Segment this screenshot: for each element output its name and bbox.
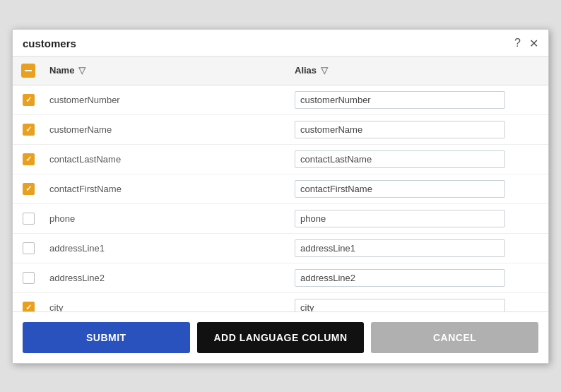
table-row: contactLastName <box>13 145 548 174</box>
dialog-title: customers <box>23 37 76 49</box>
table-header: Name ▽ Alias ▽ <box>13 57 548 85</box>
row-name: addressLine2 <box>44 267 289 289</box>
alias-input[interactable] <box>295 180 505 198</box>
name-filter-icon[interactable]: ▽ <box>78 65 85 76</box>
row-checkbox[interactable] <box>23 124 35 136</box>
row-alias-cell <box>289 115 534 144</box>
dialog-titlebar: customers ? ✕ <box>13 30 548 57</box>
table-row: customerName <box>13 115 548 145</box>
row-alias-cell <box>289 145 534 174</box>
row-check-cell <box>13 118 44 141</box>
table-row: contactFirstName <box>13 174 548 204</box>
row-alias-cell <box>289 85 534 114</box>
row-name: contactFirstName <box>44 178 289 200</box>
row-name: addressLine1 <box>44 237 289 259</box>
row-checkbox[interactable] <box>23 183 35 195</box>
select-all-minus-icon[interactable] <box>21 64 35 78</box>
cancel-button[interactable]: CANCEL <box>371 322 538 353</box>
row-name: contactLastName <box>44 148 289 170</box>
submit-button[interactable]: SUBMIT <box>23 322 190 353</box>
header-check-col <box>13 57 44 85</box>
row-alias-cell <box>289 234 534 263</box>
dialog: customers ? ✕ Name ▽ Alias ▽ customerNum… <box>12 29 549 364</box>
alias-input[interactable] <box>295 299 505 311</box>
titlebar-icons: ? ✕ <box>514 37 538 50</box>
table-row: city <box>13 293 548 311</box>
header-scrollbar-col <box>534 57 548 85</box>
row-check-cell <box>13 237 44 260</box>
alias-input[interactable] <box>295 210 505 227</box>
alias-input[interactable] <box>295 150 505 168</box>
row-check-cell <box>13 266 44 290</box>
add-language-column-button[interactable]: ADD LANGUAGE COLUMN <box>197 322 365 353</box>
alias-input[interactable] <box>295 121 505 138</box>
header-alias-col: Alias ▽ <box>289 57 534 85</box>
row-check-cell <box>13 88 44 112</box>
row-checkbox[interactable] <box>23 153 35 165</box>
row-name: customerNumber <box>44 89 289 111</box>
table-body: customerNumbercustomerNamecontactLastNam… <box>13 85 548 311</box>
row-checkbox[interactable] <box>23 272 35 284</box>
table-container: Name ▽ Alias ▽ customerNumbercustomerNam… <box>13 57 548 311</box>
name-col-label: Name <box>49 65 74 76</box>
alias-input[interactable] <box>295 269 505 287</box>
alias-filter-icon[interactable]: ▽ <box>321 65 328 76</box>
row-check-cell <box>13 148 44 171</box>
row-check-cell <box>13 207 44 230</box>
row-checkbox[interactable] <box>23 213 35 225</box>
row-checkbox[interactable] <box>23 302 35 311</box>
alias-input[interactable] <box>295 239 505 257</box>
alias-input[interactable] <box>295 91 505 109</box>
close-icon[interactable]: ✕ <box>529 37 538 50</box>
row-alias-cell <box>289 174 534 203</box>
row-name: phone <box>44 208 289 230</box>
row-name: city <box>44 297 289 311</box>
row-alias-cell <box>289 204 534 233</box>
row-check-cell <box>13 177 44 201</box>
table-row: addressLine2 <box>13 263 548 293</box>
alias-col-label: Alias <box>295 65 317 76</box>
header-name-col: Name ▽ <box>44 57 289 85</box>
table-row: phone <box>13 204 548 234</box>
row-alias-cell <box>289 263 534 292</box>
row-checkbox[interactable] <box>23 94 35 106</box>
help-icon[interactable]: ? <box>514 37 521 49</box>
row-checkbox[interactable] <box>23 242 35 254</box>
table-row: addressLine1 <box>13 234 548 263</box>
row-check-cell <box>13 296 44 311</box>
row-alias-cell <box>289 293 534 311</box>
row-name: customerName <box>44 119 289 141</box>
dialog-footer: SUBMIT ADD LANGUAGE COLUMN CANCEL <box>13 311 548 363</box>
table-row: customerNumber <box>13 85 548 115</box>
